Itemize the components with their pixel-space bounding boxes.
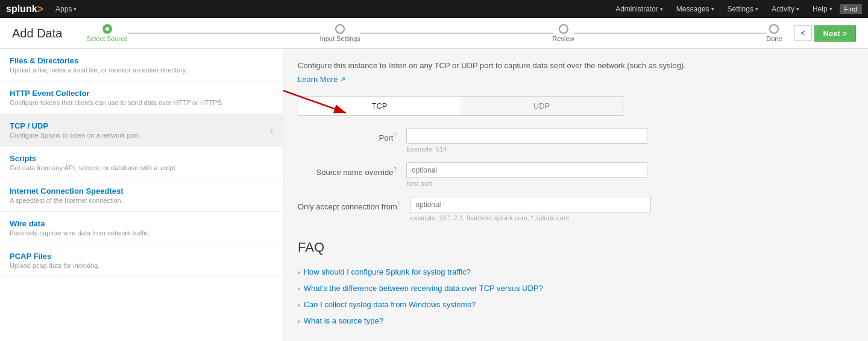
only-accept-hint: example: 10.1.2.3, fbadhost.splunk.com, … [410,214,659,221]
faq-section: FAQ › How should I configure Splunk for … [298,240,854,329]
faq-item-2[interactable]: › Can I collect syslog data from Windows… [298,296,854,313]
sidebar-item-text-scripts: Scripts Get data from any API, service, … [10,154,177,171]
step-dot-review [559,24,568,34]
port-question-mark: ? [393,132,397,139]
sidebar-item-speedtest[interactable]: Internet Connection Speedtest A speedtes… [0,179,283,212]
wizard-steps: Select Source Input Settings Review Done [86,24,782,42]
step-label-done: Done [766,35,782,42]
sidebar-item-http-event-collector[interactable]: HTTP Event Collector Configure tokens th… [0,81,283,114]
sidebar-item-wire-data[interactable]: Wire data Passively capture wire data fr… [0,212,283,244]
sidebar-desc-speedtest: A speedtest of the Internet connection. [10,197,124,204]
sidebar-desc-tcp: Configure Splunk to listen on a network … [10,132,140,139]
faq-chevron-icon-2: › [298,301,300,308]
port-field-wrap: Example: 514 [406,128,659,153]
source-question-mark: ? [393,167,397,173]
logo-text: splunk [6,4,37,14]
sidebar-item-scripts[interactable]: Scripts Get data from any API, service, … [0,147,283,179]
activity-menu[interactable]: Activity ▾ [766,5,805,13]
port-input[interactable] [406,128,647,144]
sidebar-title-wire: Wire data [10,219,150,228]
step-done: Done [766,24,782,42]
header-bar: Add Data Select Source Input Settings Re… [0,18,868,49]
step-label-review: Review [553,35,574,42]
sidebar-item-text-pcap: PCAP Files Upload pcap data for indexing… [10,252,99,269]
sidebar-item-text-http: HTTP Event Collector Configure tokens th… [10,89,224,106]
faq-chevron-icon-3: › [298,317,300,325]
find-button[interactable]: Find [840,4,862,14]
messages-chevron-icon: ▾ [711,6,714,12]
sidebar-title-pcap: PCAP Files [10,252,99,261]
port-field-row: Port? Example: 514 [298,128,659,153]
sidebar-desc-pcap: Upload pcap data for indexing. [10,262,99,269]
help-menu[interactable]: Help ▾ [807,5,838,13]
top-navigation: splunk> Apps ▾ Administrator ▾ Messages … [0,0,868,18]
step-line-1 [128,33,320,34]
tcp-button[interactable]: TCP [298,97,461,115]
settings-menu[interactable]: Settings ▾ [722,5,764,13]
faq-item-3[interactable]: › What is a source type? [298,313,854,329]
wizard-nav-buttons: < Next > [794,25,856,42]
admin-chevron-icon: ▾ [660,6,663,12]
step-label-select-source: Select Source [86,35,127,42]
messages-menu[interactable]: Messages ▾ [670,5,720,13]
port-label: Port? [298,128,406,142]
step-label-input-settings: Input Settings [320,35,360,42]
sidebar-item-text-files: Files & Directories Upload a file, index… [10,56,187,74]
sidebar-title-files: Files & Directories [10,56,187,65]
external-link-icon: ↗ [340,75,345,83]
source-name-input[interactable] [406,162,647,178]
step-line-3 [574,33,767,34]
source-name-override-row: Source name override? host port [298,162,659,187]
only-accept-row: Only accept connection from? example: 10… [298,197,659,221]
faq-title: FAQ [298,240,854,255]
page-title: Add Data [12,27,62,40]
activity-chevron-icon: ▾ [796,6,799,12]
splunk-logo[interactable]: splunk> [6,3,43,16]
sidebar-item-text-tcp: TCP / UDP Configure Splunk to listen on … [10,121,140,139]
help-chevron-icon: ▾ [829,6,832,12]
sidebar-title-speedtest: Internet Connection Speedtest [10,186,124,196]
only-accept-field-wrap: example: 10.1.2.3, fbadhost.splunk.com, … [410,197,659,221]
sidebar-title-http: HTTP Event Collector [10,89,224,98]
faq-item-0[interactable]: › How should I configure Splunk for sysl… [298,264,854,280]
sidebar-title-tcp: TCP / UDP [10,121,140,130]
next-button[interactable]: Next > [814,25,856,42]
faq-chevron-icon-1: › [298,285,300,292]
protocol-section: TCP UDP [298,96,623,116]
sidebar-item-tcp-udp[interactable]: TCP / UDP Configure Splunk to listen on … [0,114,283,147]
step-select-source: Select Source [86,24,127,42]
sidebar-arrow-icon: › [270,126,273,135]
sidebar-desc-scripts: Get data from any API, service, or datab… [10,164,177,171]
settings-chevron-icon: ▾ [755,6,758,12]
only-accept-input[interactable] [410,197,651,212]
administrator-menu[interactable]: Administrator ▾ [609,5,669,13]
apps-menu[interactable]: Apps ▾ [49,5,83,13]
step-input-settings: Input Settings [320,24,360,42]
udp-button[interactable]: UDP [461,97,623,115]
sidebar-desc-files: Upload a file, index a local file, or mo… [10,66,187,74]
sidebar-desc-wire: Passively capture wire data from network… [10,229,150,237]
step-dot-done [769,24,779,34]
source-name-field-wrap: host port [406,162,659,187]
faq-item-1[interactable]: › What's the difference between receivin… [298,280,854,296]
sidebar-item-text-wire: Wire data Passively capture wire data fr… [10,219,150,237]
source-name-label: Source name override? [298,162,406,177]
source-name-hint: host port [406,180,659,187]
faq-chevron-icon-0: › [298,269,300,276]
sidebar-desc-http: Configure tokens that clients can use to… [10,99,224,106]
sidebar: Files & Directories Upload a file, index… [0,49,283,341]
sidebar-item-pcap-files[interactable]: PCAP Files Upload pcap data for indexing… [0,244,283,277]
sidebar-title-scripts: Scripts [10,154,177,163]
main-content: Files & Directories Upload a file, index… [0,49,868,341]
port-hint: Example: 514 [406,145,659,153]
sidebar-item-files-directories[interactable]: Files & Directories Upload a file, index… [0,49,283,81]
step-dot-select-source [102,24,112,34]
logo-arrow: > [37,3,44,16]
intro-text: Configure this instance to listen on any… [298,61,854,70]
nav-right-group: Administrator ▾ Messages ▾ Settings ▾ Ac… [609,4,862,14]
prev-button[interactable]: < [794,25,812,41]
apps-chevron-icon: ▾ [74,6,77,12]
learn-more-link[interactable]: Learn More ↗ [298,75,854,84]
step-review: Review [553,24,574,42]
right-panel: Configure this instance to listen on any… [283,49,868,341]
